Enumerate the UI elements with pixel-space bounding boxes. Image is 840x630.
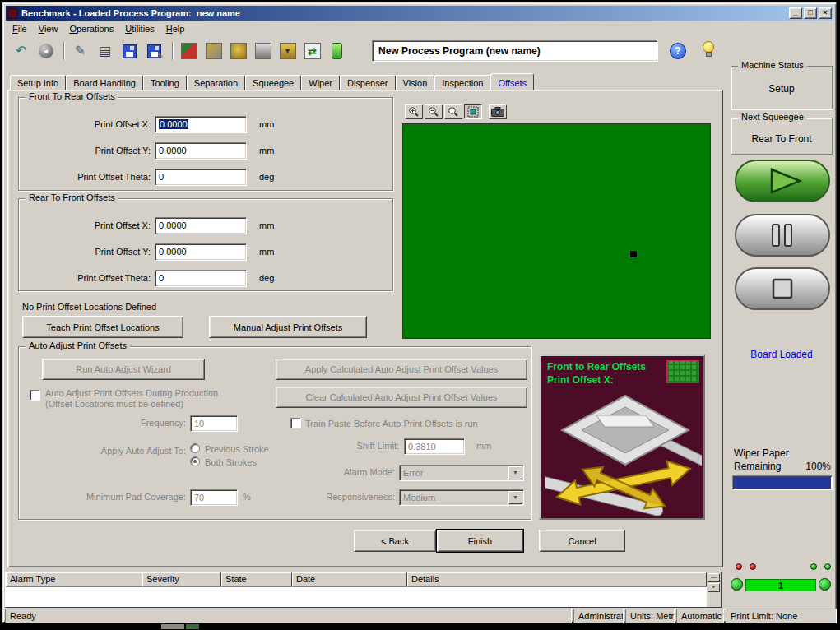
maximize-button[interactable]: □ [804,7,817,19]
tab-dispenser[interactable]: Dispenser [340,75,396,90]
cancel-button[interactable]: Cancel [539,530,625,552]
tab-wiper[interactable]: Wiper [301,75,340,90]
alarm-mode-label: Alarm Mode: [234,467,395,477]
rear-offset-y-input[interactable]: 0.0000 [155,243,247,261]
snapshot-button[interactable] [489,104,507,119]
dispenser-button[interactable] [326,40,348,63]
manual-adjust-print-offsets-button[interactable]: Manual Adjust Print Offsets [209,316,367,338]
run-auto-adjust-wizard-button[interactable]: Run Auto Adjust Wizard [42,359,205,380]
teach-print-offsets-button[interactable]: Teach Print Offset Locations [22,316,183,338]
tab-offsets[interactable]: Offsets [490,73,534,90]
screen: Benchmark - Loaded Process Program: new … [0,0,840,630]
auto-adjust-production-checkbox[interactable] [30,390,40,401]
alarm-list[interactable] [6,586,707,607]
menu-help[interactable]: Help [160,22,191,35]
edit-program-button[interactable]: ▤ [94,40,116,63]
camera-view[interactable] [402,123,711,339]
finish-button[interactable]: Finish [437,530,523,552]
tab-inspection[interactable]: Inspection [434,75,490,90]
title-bar: Benchmark - Loaded Process Program: new … [6,6,833,21]
preview-title-line2: Print Offset X: [547,374,614,386]
tab-tooling[interactable]: Tooling [143,75,187,90]
pause-button[interactable] [734,213,831,257]
zoom-in-button[interactable] [405,104,423,119]
save-as-icon: ✎ [147,44,161,58]
help-button[interactable]: ? [670,43,686,59]
stop-machine-button[interactable]: ◄ [35,40,57,63]
menu-file[interactable]: File [7,22,33,35]
magnify-button[interactable] [444,104,462,119]
transfer-button[interactable]: ⇄ [301,40,323,63]
back-button[interactable]: < Back [354,530,436,552]
close-button[interactable]: × [819,7,832,19]
responsiveness-dropdown[interactable]: Medium ▼ [399,489,524,506]
min-pad-coverage-input[interactable]: 70 [190,489,238,506]
alarm-mode-dropdown[interactable]: Error ▼ [399,465,524,481]
zoom-out-button[interactable] [425,104,443,119]
preview-title-line1: Front to Rear Offsets [547,361,646,373]
front-offset-y-unit: mm [259,146,274,155]
tab-board-handling[interactable]: Board Handling [66,75,143,90]
train-paste-checkbox[interactable] [290,418,301,428]
frequency-label: Frequency: [19,418,186,428]
program-name-field[interactable]: New Process Program (new name) [372,40,658,62]
front-offset-x-input[interactable]: 0.0000 [155,116,247,133]
board-button[interactable] [178,40,200,63]
taskbar-fragment[interactable] [161,624,184,629]
severity-header[interactable]: Severity [142,572,221,586]
apply-auto-adjust-values-button[interactable]: Apply Calculated Auto Adjust Print Offse… [276,359,527,380]
alarm-pane-expand-button[interactable]: ▪ [708,583,720,592]
clamp-button[interactable]: ▼ [276,40,299,63]
tab-vision[interactable]: Vision [396,75,435,90]
stencil-illustration [545,391,702,516]
both-strokes-radio[interactable] [190,456,200,466]
tab-squeegee[interactable]: Squeegee [245,75,301,90]
status-print-limit: Print Limit: None [726,609,837,623]
status-led-1 [810,563,817,570]
squeegee-button[interactable] [202,40,225,63]
tab-strip: Setup Info Board Handling Tooling Separa… [10,73,534,90]
state-header[interactable]: State [221,572,292,586]
menu-utilities[interactable]: Utilities [119,22,160,35]
front-offset-theta-unit: deg [259,172,274,182]
transfer-icon: ⇄ [304,43,321,59]
details-header[interactable]: Details [407,572,707,586]
tooling-button[interactable] [227,40,249,63]
status-units: Units: Metric [625,609,675,623]
clear-auto-adjust-values-button[interactable]: Clear Calculated Auto Adjust Print Offse… [276,387,527,408]
alarm-type-header[interactable]: Alarm Type [6,572,142,586]
alarm-mode-dropdown-arrow-icon: ▼ [508,466,522,479]
tab-separation[interactable]: Separation [187,75,245,90]
save-as-button[interactable]: ✎ [143,40,165,63]
menu-operations[interactable]: Operations [63,22,119,35]
save-button[interactable] [118,40,141,63]
dispenser-icon [332,43,342,59]
rear-to-front-legend: Rear To Front Offsets [26,192,118,202]
front-offset-theta-input[interactable]: 0 [155,169,247,186]
previous-stroke-radio[interactable] [190,443,200,453]
stop-button[interactable] [734,266,831,311]
alarm-pane-collapse-button[interactable]: — [708,573,720,582]
fit-view-button[interactable] [464,104,482,119]
rear-offset-x-input[interactable]: 0.0000 [155,217,247,234]
front-offset-y-input[interactable]: 0.0000 [155,142,247,160]
board-icon [181,43,197,59]
menu-view[interactable]: View [33,22,64,35]
hint-button[interactable] [699,41,717,61]
next-squeegee-legend: Next Squeegee [738,112,807,122]
rear-offset-theta-input[interactable]: 0 [155,270,247,287]
taskbar-fragment-green[interactable] [186,624,199,629]
undo-button[interactable]: ↶ [10,40,32,63]
undo-icon: ↶ [16,44,26,58]
frequency-input[interactable]: 10 [190,415,238,432]
tab-setup-info[interactable]: Setup Info [10,75,66,90]
press-button[interactable] [252,40,274,63]
min-pad-coverage-label: Minimum Pad Coverage: [19,492,186,502]
shift-limit-input[interactable]: 0.3810 [404,438,465,455]
date-header[interactable]: Date [292,572,407,586]
rear-to-front-group: Rear To Front Offsets Print Offset X: 0.… [18,198,393,291]
minimize-button[interactable]: _ [789,7,802,19]
rear-offset-y-label: Print Offset Y: [19,247,151,257]
start-button[interactable] [734,159,831,203]
pen-button[interactable]: ✎ [69,40,91,63]
